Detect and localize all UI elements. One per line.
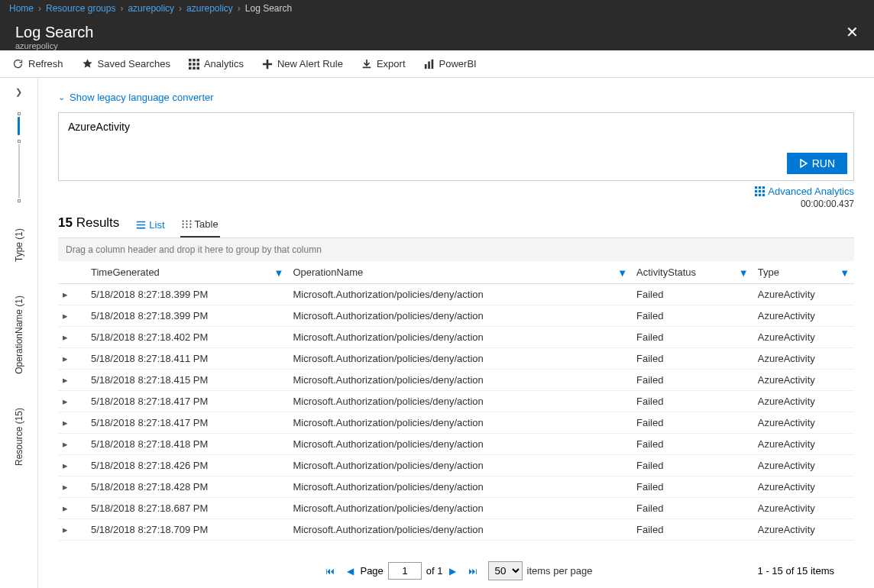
new-alert-button[interactable]: New Alert Rule — [262, 58, 343, 69]
rail-resource[interactable]: Resource (15) — [14, 408, 24, 466]
cell-time: 5/18/2018 8:27:18.418 PM — [86, 434, 288, 455]
advanced-analytics-link[interactable]: Advanced Analytics — [755, 186, 854, 197]
page-last-icon[interactable]: ⏭ — [468, 566, 477, 577]
table-row[interactable]: ▸5/18/2018 8:27:18.709 PMMicrosoft.Autho… — [58, 519, 854, 541]
page-label: Page — [360, 565, 383, 577]
col-type[interactable]: Type▼ — [753, 261, 854, 284]
run-label: RUN — [812, 157, 835, 170]
saved-label: Saved Searches — [98, 58, 170, 69]
view-table-tab[interactable]: Table — [180, 214, 220, 237]
run-button[interactable]: RUN — [787, 153, 847, 174]
table-row[interactable]: ▸5/18/2018 8:27:18.402 PMMicrosoft.Autho… — [58, 327, 854, 348]
legacy-converter-link[interactable]: ⌄ Show legacy language converter — [58, 92, 854, 103]
table-row[interactable]: ▸5/18/2018 8:27:18.417 PMMicrosoft.Autho… — [58, 412, 854, 434]
query-box: RUN — [58, 112, 854, 181]
table-row[interactable]: ▸5/18/2018 8:27:18.399 PMMicrosoft.Autho… — [58, 305, 854, 327]
svg-rect-15 — [755, 190, 757, 192]
cell-operation: Microsoft.Authorization/policies/deny/ac… — [288, 434, 632, 455]
close-icon[interactable]: ✕ — [846, 23, 859, 41]
svg-point-26 — [186, 227, 187, 228]
main-panel: ⌄ Show legacy language converter RUN Adv… — [38, 78, 874, 588]
refresh-button[interactable]: Refresh — [12, 58, 63, 69]
cell-type: AzureActivity — [753, 477, 854, 498]
rail-type[interactable]: Type (1) — [14, 228, 24, 262]
row-expand-icon[interactable]: ▸ — [58, 455, 86, 477]
col-operation[interactable]: OperationName▼ — [288, 261, 632, 284]
page-first-icon[interactable]: ⏮ — [325, 566, 335, 577]
row-expand-icon[interactable]: ▸ — [58, 370, 86, 391]
breadcrumb-resource-groups[interactable]: Resource groups — [46, 3, 115, 14]
rail-expand-icon[interactable]: ❯ — [15, 87, 22, 97]
filter-icon[interactable]: ▼ — [840, 267, 850, 279]
row-expand-icon[interactable]: ▸ — [58, 391, 86, 412]
col-status[interactable]: ActivityStatus▼ — [632, 261, 753, 284]
query-timing: 00:00:00.437 — [801, 199, 854, 209]
cell-time: 5/18/2018 8:27:18.415 PM — [86, 370, 288, 391]
cell-status: Failed — [632, 519, 753, 541]
cell-time: 5/18/2018 8:27:18.426 PM — [86, 455, 288, 477]
cell-type: AzureActivity — [753, 305, 854, 327]
saved-searches-button[interactable]: Saved Searches — [82, 58, 170, 69]
results-count: 15 Results — [58, 215, 119, 237]
table-row[interactable]: ▸5/18/2018 8:27:18.415 PMMicrosoft.Autho… — [58, 370, 854, 391]
row-expand-icon[interactable]: ▸ — [58, 348, 86, 370]
rail-operation[interactable]: OperationName (1) — [14, 296, 24, 374]
table-row[interactable]: ▸5/18/2018 8:27:18.426 PMMicrosoft.Autho… — [58, 455, 854, 477]
table-row[interactable]: ▸5/18/2018 8:27:18.428 PMMicrosoft.Autho… — [58, 477, 854, 498]
toolbar: Refresh Saved Searches Analytics New Ale… — [0, 50, 874, 78]
cell-status: Failed — [632, 391, 753, 412]
legacy-link-label: Show legacy language converter — [70, 92, 214, 103]
svg-rect-5 — [196, 63, 199, 66]
cell-status: Failed — [632, 305, 753, 327]
filter-icon[interactable]: ▼ — [617, 267, 627, 279]
export-button[interactable]: Export — [361, 58, 406, 69]
per-page-select[interactable]: 50 — [488, 561, 523, 580]
cell-status: Failed — [632, 412, 753, 434]
page-prev-icon[interactable]: ◀ — [347, 566, 354, 577]
row-expand-icon[interactable]: ▸ — [58, 412, 86, 434]
cell-type: AzureActivity — [753, 498, 854, 519]
play-icon — [799, 159, 808, 168]
breadcrumb-azurepolicy1[interactable]: azurepolicy — [128, 3, 174, 14]
svg-rect-13 — [759, 186, 761, 189]
breadcrumb-home[interactable]: Home — [9, 3, 34, 14]
filter-icon[interactable]: ▼ — [274, 267, 284, 279]
row-expand-icon[interactable]: ▸ — [58, 434, 86, 455]
row-expand-icon[interactable]: ▸ — [58, 305, 86, 327]
col-time[interactable]: TimeGenerated▼ — [86, 261, 288, 284]
results-bar: 15 Results List Table — [58, 214, 854, 238]
table-row[interactable]: ▸5/18/2018 8:27:18.687 PMMicrosoft.Autho… — [58, 498, 854, 519]
cell-operation: Microsoft.Authorization/policies/deny/ac… — [288, 327, 632, 348]
cell-operation: Microsoft.Authorization/policies/deny/ac… — [288, 370, 632, 391]
cell-time: 5/18/2018 8:27:18.402 PM — [86, 327, 288, 348]
results-table: TimeGenerated▼ OperationName▼ ActivitySt… — [58, 261, 854, 541]
page-of: of 1 — [426, 565, 443, 577]
analytics-button[interactable]: Analytics — [189, 58, 244, 69]
svg-point-29 — [189, 227, 191, 228]
plus-icon — [262, 59, 273, 69]
powerbi-button[interactable]: PowerBI — [424, 58, 477, 69]
cell-type: AzureActivity — [753, 519, 854, 541]
svg-rect-10 — [428, 61, 430, 69]
row-expand-icon[interactable]: ▸ — [58, 519, 86, 541]
table-row[interactable]: ▸5/18/2018 8:27:18.399 PMMicrosoft.Autho… — [58, 284, 854, 305]
cell-time: 5/18/2018 8:27:18.687 PM — [86, 498, 288, 519]
page-next-icon[interactable]: ▶ — [449, 566, 456, 577]
table-row[interactable]: ▸5/18/2018 8:27:18.417 PMMicrosoft.Autho… — [58, 391, 854, 412]
svg-rect-3 — [189, 63, 192, 66]
page-input[interactable] — [388, 562, 422, 580]
pager-summary: 1 - 15 of 15 items — [758, 565, 834, 577]
row-expand-icon[interactable]: ▸ — [58, 498, 86, 519]
row-expand-icon[interactable]: ▸ — [58, 477, 86, 498]
filter-icon[interactable]: ▼ — [739, 267, 749, 279]
group-hint[interactable]: Drag a column header and drop it here to… — [58, 238, 854, 261]
table-row[interactable]: ▸5/18/2018 8:27:18.411 PMMicrosoft.Autho… — [58, 348, 854, 370]
query-input[interactable] — [68, 121, 844, 136]
row-expand-icon[interactable]: ▸ — [58, 327, 86, 348]
view-list-tab[interactable]: List — [134, 215, 166, 237]
table-row[interactable]: ▸5/18/2018 8:27:18.418 PMMicrosoft.Autho… — [58, 434, 854, 455]
list-icon — [136, 220, 146, 230]
breadcrumb-azurepolicy2[interactable]: azurepolicy — [186, 3, 233, 14]
row-expand-icon[interactable]: ▸ — [58, 284, 86, 305]
svg-point-23 — [182, 227, 183, 228]
